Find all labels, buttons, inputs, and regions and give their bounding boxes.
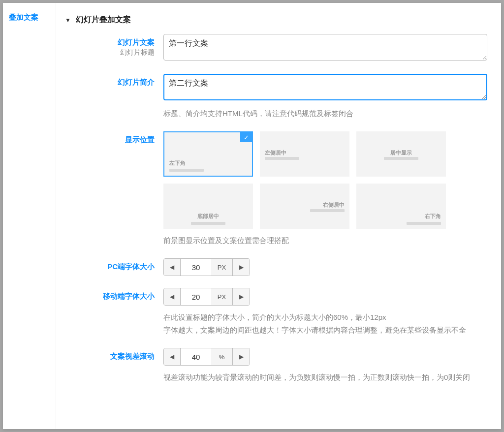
- pc-font-decrease-button[interactable]: ◀: [164, 259, 181, 276]
- label-slide-text: 幻灯片文案: [63, 38, 155, 47]
- position-option-left-center[interactable]: 左侧居中: [260, 131, 349, 177]
- pc-font-unit: PX: [211, 259, 233, 276]
- mobile-font-unit: PX: [211, 288, 233, 305]
- pc-font-value-input[interactable]: [181, 259, 211, 276]
- sidebar-tab-overlay-text[interactable]: 叠加文案: [9, 13, 50, 22]
- field-mobile-font: 移动端字体大小 ◀ PX ▶ 在此设置标题的字体大小，简介的大小为标题大小的60…: [63, 288, 487, 336]
- field-pc-font: PC端字体大小 ◀ PX ▶: [63, 258, 487, 276]
- position-option-right-center[interactable]: 右侧居中: [260, 184, 349, 229]
- mobile-font-increase-button[interactable]: ▶: [233, 288, 250, 305]
- field-slide-intro: 幻灯片简介 标题、简介均支持HTML代码，请注意代码规范及标签闭合: [63, 74, 487, 120]
- field-position: 显示位置 ✓ 左下角 左侧居中 居中显示: [63, 131, 487, 247]
- parallax-unit: %: [211, 348, 233, 365]
- label-position: 显示位置: [63, 135, 155, 145]
- label-mobile-font: 移动端字体大小: [63, 292, 155, 301]
- position-option-center[interactable]: 居中显示: [356, 131, 446, 177]
- mobile-font-decrease-button[interactable]: ◀: [164, 288, 181, 305]
- section-title: 幻灯片叠加文案: [76, 15, 131, 25]
- section-header[interactable]: ▼ 幻灯片叠加文案: [63, 12, 487, 34]
- parallax-value-input[interactable]: [181, 348, 211, 365]
- sidebar: 叠加文案: [3, 3, 56, 429]
- label-parallax: 文案视差滚动: [63, 352, 155, 361]
- parallax-increase-button[interactable]: ▶: [233, 348, 250, 365]
- settings-panel: 叠加文案 ▼ 幻灯片叠加文案 幻灯片文案 幻灯片标题 幻灯片简介 标题、简介均支…: [3, 3, 501, 429]
- sublabel-slide-title: 幻灯片标题: [63, 48, 155, 57]
- label-slide-intro: 幻灯片简介: [63, 78, 155, 87]
- help-mobile-font-2: 字体越大，文案周边的间距也越大！字体大小请根据内容合理调整，避免在某些设备显示不…: [163, 324, 487, 336]
- chevron-down-icon: ▼: [65, 17, 71, 24]
- help-html-support: 标题、简介均支持HTML代码，请注意代码规范及标签闭合: [163, 108, 487, 120]
- parallax-decrease-button[interactable]: ◀: [164, 348, 181, 365]
- label-pc-font: PC端字体大小: [63, 262, 155, 272]
- mobile-font-stepper: ◀ PX ▶: [163, 288, 250, 306]
- position-grid: ✓ 左下角 左侧居中 居中显示 底部居中: [163, 131, 487, 229]
- check-icon: ✓: [240, 132, 252, 142]
- mobile-font-value-input[interactable]: [181, 288, 211, 305]
- slide-text-input[interactable]: [163, 34, 487, 61]
- position-option-bottom-left[interactable]: ✓ 左下角: [163, 131, 253, 177]
- help-position: 前景图显示位置及文案位置需合理搭配: [163, 235, 487, 247]
- parallax-stepper: ◀ % ▶: [163, 348, 250, 366]
- help-mobile-font-1: 在此设置标题的字体大小，简介的大小为标题大小的60%，最小12px: [163, 311, 487, 323]
- field-slide-text: 幻灯片文案 幻灯片标题: [63, 34, 487, 62]
- slide-intro-input[interactable]: [163, 74, 487, 100]
- main-content: ▼ 幻灯片叠加文案 幻灯片文案 幻灯片标题 幻灯片简介 标题、简介均支持HTML…: [56, 3, 501, 429]
- position-option-bottom-center[interactable]: 底部居中: [163, 184, 253, 229]
- position-option-bottom-right[interactable]: 右下角: [356, 184, 446, 229]
- field-parallax: 文案视差滚动 ◀ % ▶ 视差滚动功能为较背景滚动的时间差，为负数则滚动慢一拍，…: [63, 348, 487, 383]
- pc-font-stepper: ◀ PX ▶: [163, 258, 250, 276]
- help-parallax: 视差滚动功能为较背景滚动的时间差，为负数则滚动慢一拍，为正数则滚动快一拍，为0则…: [163, 371, 487, 383]
- pc-font-increase-button[interactable]: ▶: [233, 259, 250, 276]
